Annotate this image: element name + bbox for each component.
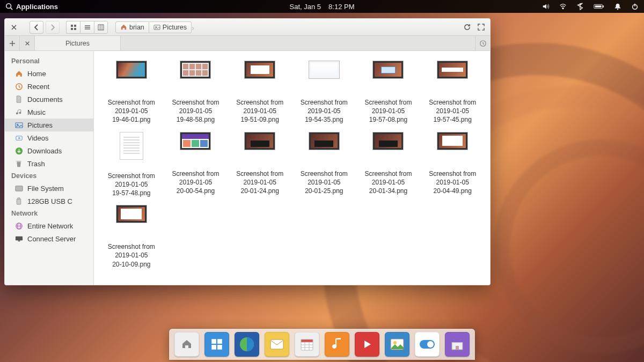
files-icon[interactable] bbox=[174, 332, 199, 357]
file-name: Screenshot from 2019-01-05 20-00-54.png bbox=[172, 169, 219, 196]
bluetooth-icon[interactable] bbox=[576, 3, 584, 10]
reload-button[interactable] bbox=[461, 21, 473, 34]
workspace-icon[interactable] bbox=[204, 332, 229, 357]
sidebar-item-documents[interactable]: Documents bbox=[5, 93, 93, 106]
sidebar-item-label: Entire Network bbox=[27, 222, 73, 230]
file-item[interactable]: Screenshot from 2019-01-05 20-01-34.png bbox=[357, 132, 420, 198]
sidebar: PersonalHomeRecentDocumentsMusicPictures… bbox=[5, 51, 94, 285]
settings-icon[interactable] bbox=[415, 332, 440, 357]
sidebar-item-128gb-usb-c[interactable]: 128GB USB C bbox=[5, 195, 93, 208]
file-name: Screenshot from 2019-01-05 20-01-24.png bbox=[236, 169, 283, 196]
video-icon[interactable] bbox=[355, 332, 379, 357]
wifi-icon[interactable] bbox=[559, 3, 567, 10]
file-item[interactable]: Screenshot from 2019-01-05 19-48-58.png bbox=[165, 61, 227, 124]
breadcrumb: brian › Pictures › bbox=[115, 21, 192, 33]
sidebar-item-icon bbox=[14, 234, 23, 243]
svg-point-6 bbox=[617, 9, 618, 10]
svg-rect-4 bbox=[595, 5, 602, 8]
tab-pictures[interactable]: Pictures bbox=[35, 36, 121, 50]
back-button[interactable] bbox=[30, 21, 43, 34]
breadcrumb-pictures[interactable]: Pictures › bbox=[149, 21, 192, 33]
battery-icon[interactable] bbox=[594, 3, 604, 10]
file-item[interactable]: Screenshot from 2019-01-05 20-00-54.png bbox=[165, 132, 227, 198]
view-mode-group bbox=[66, 21, 108, 34]
sidebar-item-home[interactable]: Home bbox=[5, 67, 93, 80]
file-item[interactable]: Screenshot from 2019-01-05 19-54-35.png bbox=[293, 61, 355, 124]
maximize-button[interactable] bbox=[475, 21, 487, 34]
close-tab-button[interactable] bbox=[20, 36, 35, 50]
tab-bar: Pictures bbox=[5, 36, 490, 51]
sidebar-item-label: File System bbox=[27, 184, 64, 193]
svg-rect-44 bbox=[217, 345, 222, 350]
sidebar-item-entire-network[interactable]: Entire Network bbox=[5, 219, 93, 232]
sidebar-item-file-system[interactable]: File System bbox=[5, 182, 93, 195]
svg-point-2 bbox=[562, 8, 564, 9]
sidebar-item-downloads[interactable]: Downloads bbox=[5, 144, 93, 157]
file-item[interactable]: Screenshot from 2019-01-05 19-51-09.png bbox=[229, 61, 291, 124]
file-item[interactable]: Screenshot from 2019-01-05 19-46-01.png bbox=[100, 61, 163, 124]
svg-rect-34 bbox=[17, 198, 21, 204]
file-item[interactable]: Screenshot from 2019-01-05 20-01-24.png bbox=[229, 132, 291, 198]
sidebar-item-trash[interactable]: Trash bbox=[5, 157, 93, 170]
icon-view-button[interactable] bbox=[66, 21, 80, 34]
top-bar: Applications Sat, Jan 5 8:12 PM bbox=[0, 0, 644, 13]
svg-rect-5 bbox=[603, 5, 604, 8]
sidebar-item-label: Trash bbox=[27, 160, 45, 168]
svg-rect-12 bbox=[74, 25, 76, 27]
calendar-icon[interactable] bbox=[295, 332, 319, 357]
browser-icon[interactable] bbox=[235, 332, 259, 357]
svg-rect-18 bbox=[98, 25, 104, 30]
music-icon[interactable] bbox=[325, 332, 349, 357]
new-tab-button[interactable] bbox=[5, 36, 20, 50]
sidebar-item-pictures[interactable]: Pictures bbox=[5, 119, 93, 131]
sidebar-item-music[interactable]: Music bbox=[5, 106, 93, 119]
volume-icon[interactable] bbox=[542, 3, 550, 10]
file-item[interactable]: Screenshot from 2019-01-05 19-57-48.png bbox=[100, 132, 163, 198]
clock-time[interactable]: 8:12 PM bbox=[328, 3, 354, 11]
breadcrumb-home[interactable]: brian › bbox=[115, 21, 149, 33]
svg-rect-46 bbox=[270, 339, 283, 349]
svg-line-1 bbox=[11, 8, 13, 10]
list-view-button[interactable] bbox=[80, 21, 94, 34]
file-name: Screenshot from 2019-01-05 19-57-45.png bbox=[429, 98, 476, 124]
pictures-icon bbox=[153, 24, 160, 31]
photos-icon[interactable] bbox=[385, 332, 409, 357]
file-item[interactable]: Screenshot from 2019-01-05 19-57-45.png bbox=[421, 61, 484, 124]
svg-rect-41 bbox=[211, 339, 216, 344]
sidebar-item-icon bbox=[14, 95, 23, 104]
mail-icon[interactable] bbox=[265, 332, 289, 357]
file-item[interactable]: Screenshot from 2019-01-05 19-57-08.png bbox=[357, 61, 420, 124]
power-icon[interactable] bbox=[631, 3, 639, 10]
svg-rect-11 bbox=[71, 25, 73, 27]
sidebar-item-videos[interactable]: Videos bbox=[5, 131, 93, 144]
file-name: Screenshot from 2019-01-05 20-01-34.png bbox=[364, 169, 412, 196]
svg-rect-48 bbox=[301, 339, 313, 342]
sidebar-item-connect-server[interactable]: Connect Server bbox=[5, 232, 93, 245]
history-button[interactable] bbox=[475, 36, 490, 50]
sidebar-item-recent[interactable]: Recent bbox=[5, 80, 93, 93]
sidebar-heading: Network bbox=[5, 208, 93, 219]
column-view-button[interactable] bbox=[94, 21, 108, 34]
sidebar-item-label: Documents bbox=[27, 95, 63, 104]
chevron-right-icon: › bbox=[192, 23, 194, 32]
applications-menu[interactable]: Applications bbox=[5, 3, 58, 11]
dock bbox=[169, 329, 475, 360]
notifications-icon[interactable] bbox=[614, 3, 621, 10]
clock-date[interactable]: Sat, Jan 5 bbox=[290, 3, 321, 11]
file-name: Screenshot from 2019-01-05 19-48-58.png bbox=[172, 98, 219, 124]
file-item[interactable]: Screenshot from 2019-01-05 20-04-49.png bbox=[421, 132, 484, 198]
svg-point-0 bbox=[6, 4, 11, 9]
file-item[interactable]: Screenshot from 2019-01-05 20-10-09.png bbox=[100, 205, 163, 269]
forward-button[interactable] bbox=[46, 21, 60, 34]
svg-rect-13 bbox=[71, 28, 73, 30]
close-button[interactable] bbox=[8, 21, 20, 34]
file-manager-window: brian › Pictures › Pictures bbox=[4, 18, 491, 285]
sidebar-item-label: Connect Server bbox=[27, 235, 76, 243]
sidebar-item-label: Pictures bbox=[27, 121, 53, 129]
svg-point-54 bbox=[393, 341, 397, 344]
sidebar-heading: Personal bbox=[5, 55, 93, 67]
file-item[interactable]: Screenshot from 2019-01-05 20-01-25.png bbox=[293, 132, 355, 198]
file-name: Screenshot from 2019-01-05 20-01-25.png bbox=[301, 169, 348, 196]
appcenter-icon[interactable] bbox=[445, 332, 470, 357]
sidebar-item-label: Music bbox=[27, 108, 46, 116]
